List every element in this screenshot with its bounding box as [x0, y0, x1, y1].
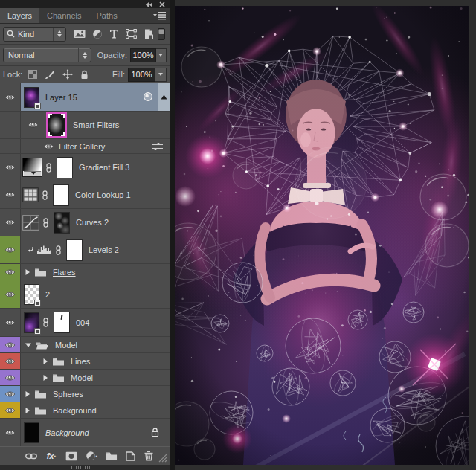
collapse-panel-icon[interactable] — [145, 0, 153, 9]
layer-thumbnail[interactable] — [24, 422, 39, 443]
layer-name[interactable]: 004 — [76, 318, 89, 327]
layer-name[interactable]: Levels 2 — [89, 245, 119, 254]
layer-row-background[interactable]: Background — [0, 402, 170, 419]
layer-thumbnail[interactable] — [24, 87, 39, 108]
visibility-toggle[interactable] — [0, 154, 21, 181]
layer-row-gradient-fill-3[interactable]: Gradient Fill 3 — [0, 154, 170, 181]
layer-row-levels-2[interactable]: Levels 2 — [0, 236, 170, 264]
layer-mask-thumbnail[interactable] — [53, 184, 69, 206]
tab-channels[interactable]: Channels — [39, 8, 89, 23]
visibility-toggle[interactable] — [0, 209, 21, 236]
layer-name[interactable]: Background — [45, 428, 89, 437]
layer-thumbnail[interactable] — [24, 284, 39, 305]
visibility-toggle[interactable] — [0, 370, 21, 385]
fill-input[interactable]: 100% — [128, 68, 155, 82]
visibility-toggle[interactable] — [0, 181, 21, 208]
visibility-toggle[interactable] — [0, 236, 21, 263]
group-expand-triangle[interactable] — [25, 407, 30, 414]
group-name[interactable]: Flares — [53, 268, 76, 277]
gradient-fill-thumbnail[interactable] — [22, 158, 42, 177]
layer-mask-thumbnail[interactable] — [54, 312, 70, 333]
group-name[interactable]: Lines — [71, 357, 90, 366]
group-expand-triangle[interactable] — [25, 390, 30, 398]
layer-name[interactable]: Gradient Fill 3 — [79, 163, 129, 172]
layer-name[interactable]: Layer 15 — [45, 93, 77, 102]
lock-position-icon[interactable] — [62, 69, 73, 80]
shape-layer-filter-icon[interactable] — [126, 29, 137, 39]
group-name[interactable]: Spheres — [53, 390, 83, 399]
layer-name[interactable]: 2 — [45, 290, 50, 299]
visibility-toggle[interactable] — [0, 309, 21, 336]
layer-row-model[interactable]: Model — [0, 370, 170, 386]
group-expand-triangle[interactable] — [25, 342, 32, 348]
layer-row-color-lookup-1[interactable]: Color Lookup 1 — [0, 181, 170, 209]
color-lookup-icon[interactable] — [22, 187, 39, 202]
add-layer-mask-icon[interactable] — [65, 451, 77, 461]
filter-blend-options-icon[interactable] — [151, 142, 164, 151]
layer-row-flares[interactable]: Flares — [0, 264, 170, 280]
visibility-toggle[interactable] — [0, 280, 21, 308]
tab-layers[interactable]: Layers — [0, 8, 39, 23]
new-group-icon[interactable] — [106, 451, 118, 461]
visibility-toggle[interactable] — [0, 112, 21, 138]
collapse-smart-filters-strip[interactable] — [158, 83, 170, 111]
visibility-toggle[interactable] — [0, 139, 21, 153]
layer-row-model[interactable]: Model — [0, 337, 170, 353]
visibility-toggle[interactable] — [0, 419, 21, 446]
levels-icon[interactable] — [36, 245, 52, 255]
layer-filtering-toggle[interactable] — [158, 28, 165, 40]
filter-name[interactable]: Filter Gallery — [59, 142, 105, 151]
layer-row-spheres[interactable]: Spheres — [0, 386, 170, 402]
group-name[interactable]: Model — [71, 373, 93, 382]
group-name[interactable]: Background — [53, 406, 97, 415]
new-layer-icon[interactable] — [124, 451, 136, 461]
type-layer-filter-icon[interactable] — [109, 29, 119, 39]
lock-transparent-pixels-icon[interactable] — [28, 70, 37, 79]
new-adjustment-layer-icon[interactable]: ▪ — [84, 451, 99, 461]
visibility-toggle[interactable] — [0, 402, 21, 418]
layer-row-004[interactable]: 004 — [0, 309, 170, 337]
layer-row-lines[interactable]: Lines — [0, 353, 170, 370]
mask-link-icon[interactable] — [45, 163, 52, 173]
panel-drag-handle[interactable] — [0, 465, 170, 470]
smart-filters-visibility-icon[interactable] — [28, 121, 39, 129]
layer-mask-thumbnail[interactable] — [66, 239, 83, 261]
filter-type-select[interactable]: Kind — [3, 27, 66, 42]
visibility-toggle[interactable] — [0, 386, 21, 402]
mask-link-icon[interactable] — [42, 218, 49, 228]
pixel-layer-filter-icon[interactable] — [74, 29, 86, 39]
filter-visibility-icon[interactable] — [43, 143, 54, 150]
layer-row-background[interactable]: Background — [0, 419, 170, 446]
opacity-dropdown-button[interactable] — [156, 48, 167, 62]
opacity-input[interactable]: 100% — [130, 48, 156, 62]
group-expand-triangle[interactable] — [25, 268, 30, 276]
link-layers-icon[interactable] — [25, 453, 37, 460]
panel-menu-icon[interactable] — [153, 11, 167, 22]
group-expand-triangle[interactable] — [42, 358, 48, 365]
layer-thumbnail[interactable] — [24, 312, 39, 333]
layer-row-curves-2[interactable]: Curves 2 — [0, 209, 170, 236]
layer-mask-thumbnail[interactable] — [54, 212, 70, 234]
document-canvas[interactable] — [175, 6, 469, 465]
layer-mask-thumbnail[interactable] — [57, 157, 73, 178]
group-name[interactable]: Model — [55, 341, 77, 350]
lock-all-icon[interactable] — [80, 70, 89, 80]
layer-name[interactable]: Color Lookup 1 — [75, 190, 131, 199]
filter-mask-thumbnail[interactable] — [46, 112, 67, 138]
layer-name[interactable]: Curves 2 — [76, 218, 109, 227]
close-panel-icon[interactable] — [159, 0, 165, 9]
layer-row-layer-15[interactable]: Layer 15 — [0, 83, 170, 112]
mask-link-icon[interactable] — [55, 245, 62, 255]
panel-resize-grip[interactable] — [158, 453, 167, 463]
smart-object-filter-icon[interactable] — [144, 29, 153, 39]
layer-row-smart-filters[interactable]: Smart Filters — [0, 112, 170, 139]
smart-filter-indicator-icon[interactable] — [143, 91, 153, 103]
curves-icon[interactable] — [22, 215, 39, 231]
mask-link-icon[interactable] — [42, 318, 49, 327]
layer-row-2[interactable]: 2 — [0, 280, 170, 309]
lock-image-pixels-icon[interactable] — [45, 70, 55, 80]
blend-mode-select[interactable]: Normal — [3, 48, 91, 62]
layer-styles-icon[interactable]: fx▪ — [44, 451, 59, 460]
group-expand-triangle[interactable] — [42, 374, 48, 382]
visibility-toggle[interactable] — [0, 337, 21, 352]
